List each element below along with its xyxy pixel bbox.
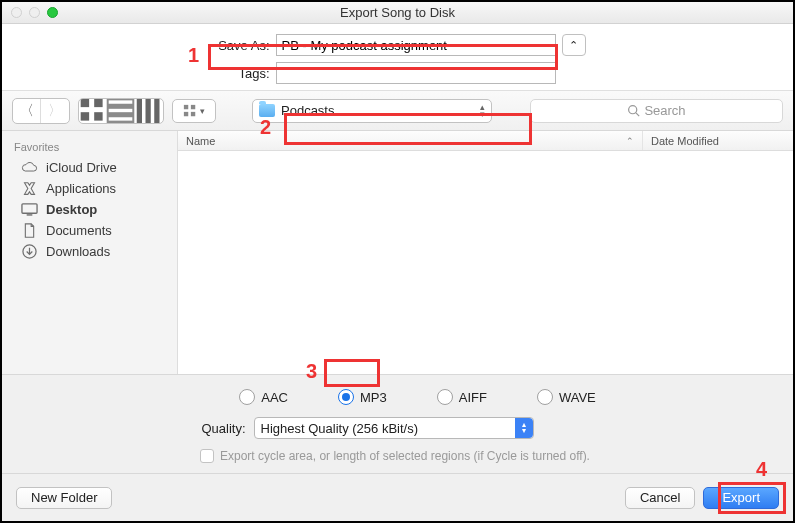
svg-rect-16 xyxy=(21,204,36,213)
quality-label: Quality: xyxy=(201,421,245,436)
sidebar-item-documents[interactable]: Documents xyxy=(2,220,177,241)
updown-icon: ▴▾ xyxy=(515,418,533,438)
svg-point-14 xyxy=(629,106,637,114)
save-as-label: Save As: xyxy=(210,38,270,53)
svg-rect-17 xyxy=(26,214,32,215)
radio-aiff[interactable]: AIFF xyxy=(437,389,487,405)
radio-icon xyxy=(537,389,553,405)
radio-icon xyxy=(437,389,453,405)
quality-value: Highest Quality (256 kBit/s) xyxy=(261,421,419,436)
forward-button[interactable]: 〉 xyxy=(41,99,69,123)
export-dialog: Export Song to Disk Save As: ⌃ Tags: 〈 〉 xyxy=(0,0,795,523)
radio-icon xyxy=(338,389,354,405)
svg-line-15 xyxy=(636,113,639,116)
column-headers: Name ⌃ Date Modified xyxy=(178,131,793,151)
sidebar-item-desktop[interactable]: Desktop xyxy=(2,199,177,220)
export-button[interactable]: Export xyxy=(703,487,779,509)
group-by-dropdown[interactable]: ▾ xyxy=(172,99,216,123)
radio-mp3[interactable]: MP3 xyxy=(338,389,387,405)
save-as-input[interactable] xyxy=(276,34,556,56)
view-list-button[interactable] xyxy=(107,99,135,123)
svg-rect-9 xyxy=(154,98,159,123)
updown-icon: ▴▾ xyxy=(480,104,485,118)
sidebar-item-label: Documents xyxy=(46,223,112,238)
radio-wave[interactable]: WAVE xyxy=(537,389,596,405)
svg-rect-3 xyxy=(94,112,102,120)
sidebar-item-icloud[interactable]: iCloud Drive xyxy=(2,157,177,178)
search-icon xyxy=(627,104,640,117)
chevron-up-icon: ⌃ xyxy=(569,39,578,52)
search-placeholder: Search xyxy=(644,103,685,118)
window-title: Export Song to Disk xyxy=(2,5,793,20)
view-mode-segment xyxy=(78,98,164,124)
cycle-label: Export cycle area, or length of selected… xyxy=(220,449,590,463)
svg-rect-13 xyxy=(191,111,195,115)
chevron-down-icon: ▾ xyxy=(200,106,205,116)
sidebar-item-applications[interactable]: Applications xyxy=(2,178,177,199)
tags-label: Tags: xyxy=(210,66,270,81)
quality-dropdown[interactable]: Highest Quality (256 kBit/s) ▴▾ xyxy=(254,417,534,439)
sort-indicator-icon: ⌃ xyxy=(626,136,634,146)
column-name[interactable]: Name ⌃ xyxy=(178,131,643,150)
nav-back-forward: 〈 〉 xyxy=(12,98,70,124)
svg-rect-1 xyxy=(94,99,102,107)
sidebar: Favorites iCloud Drive Applications Desk… xyxy=(2,131,178,374)
browser-toolbar: 〈 〉 ▾ Podcasts ▴▾ Search xyxy=(2,91,793,131)
file-list-body[interactable] xyxy=(178,151,793,374)
view-columns-button[interactable] xyxy=(135,99,163,123)
cycle-checkbox[interactable] xyxy=(200,449,214,463)
column-date[interactable]: Date Modified xyxy=(643,131,793,150)
dialog-footer: New Folder Cancel Export xyxy=(2,473,793,521)
cancel-button[interactable]: Cancel xyxy=(625,487,695,509)
svg-rect-6 xyxy=(109,117,133,120)
applications-icon xyxy=(20,181,38,196)
new-folder-button[interactable]: New Folder xyxy=(16,487,112,509)
sidebar-item-downloads[interactable]: Downloads xyxy=(2,241,177,262)
file-listing: Name ⌃ Date Modified xyxy=(178,131,793,374)
export-options: AAC MP3 AIFF WAVE Quality: Highest Quali… xyxy=(2,374,793,473)
back-button[interactable]: 〈 xyxy=(13,99,41,123)
file-browser: Favorites iCloud Drive Applications Desk… xyxy=(2,131,793,374)
save-form: Save As: ⌃ Tags: xyxy=(2,24,793,91)
sidebar-item-label: Desktop xyxy=(46,202,97,217)
view-icons-button[interactable] xyxy=(79,99,107,123)
sidebar-item-label: iCloud Drive xyxy=(46,160,117,175)
radio-aac[interactable]: AAC xyxy=(239,389,288,405)
svg-rect-7 xyxy=(137,98,142,123)
titlebar: Export Song to Disk xyxy=(2,2,793,24)
downloads-icon xyxy=(20,244,38,259)
svg-rect-11 xyxy=(191,104,195,108)
location-dropdown[interactable]: Podcasts ▴▾ xyxy=(252,99,492,123)
svg-rect-8 xyxy=(146,98,151,123)
svg-rect-12 xyxy=(184,111,188,115)
location-label: Podcasts xyxy=(281,103,334,118)
sidebar-item-label: Downloads xyxy=(46,244,110,259)
format-radios: AAC MP3 AIFF WAVE xyxy=(60,389,775,405)
folder-icon xyxy=(259,104,275,117)
tags-input[interactable] xyxy=(276,62,556,84)
sidebar-item-label: Applications xyxy=(46,181,116,196)
sidebar-header: Favorites xyxy=(2,137,177,157)
svg-rect-0 xyxy=(81,99,89,107)
cloud-icon xyxy=(20,160,38,175)
expand-button[interactable]: ⌃ xyxy=(562,34,586,56)
documents-icon xyxy=(20,223,38,238)
desktop-icon xyxy=(20,202,38,217)
svg-rect-10 xyxy=(184,104,188,108)
search-field[interactable]: Search xyxy=(530,99,783,123)
svg-rect-5 xyxy=(109,109,133,112)
radio-icon xyxy=(239,389,255,405)
svg-rect-4 xyxy=(109,100,133,103)
svg-rect-2 xyxy=(81,112,89,120)
